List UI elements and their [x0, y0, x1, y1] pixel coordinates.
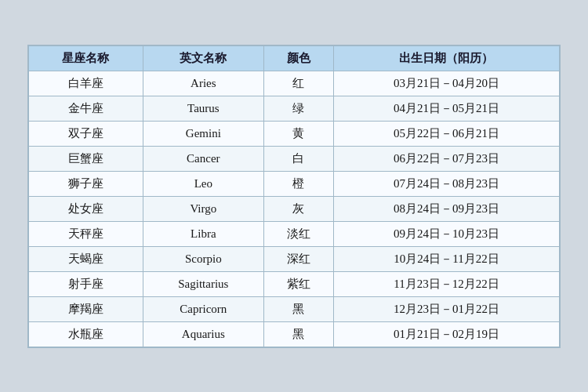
table-row: 处女座Virgo灰08月24日－09月23日 — [29, 196, 560, 221]
cell-chinese: 天秤座 — [29, 221, 143, 246]
cell-color: 深红 — [263, 246, 333, 271]
cell-color: 红 — [263, 71, 333, 96]
cell-english: Capricorn — [143, 296, 263, 321]
cell-color: 紫红 — [263, 271, 333, 296]
table-body: 白羊座Aries红03月21日－04月20日金牛座Taurus绿04月21日－0… — [29, 71, 560, 347]
cell-date: 11月23日－12月22日 — [333, 271, 559, 296]
cell-chinese: 狮子座 — [29, 171, 143, 196]
cell-english: Sagittarius — [143, 271, 263, 296]
cell-english: Gemini — [143, 121, 263, 146]
cell-english: Aquarius — [143, 321, 263, 347]
col-header-color: 颜色 — [263, 45, 333, 71]
cell-date: 06月22日－07月23日 — [333, 146, 559, 171]
col-header-date: 出生日期（阳历） — [333, 45, 559, 71]
cell-color: 淡红 — [263, 221, 333, 246]
cell-color: 绿 — [263, 96, 333, 121]
cell-chinese: 天蝎座 — [29, 246, 143, 271]
cell-color: 黑 — [263, 321, 333, 347]
table-row: 天蝎座Scorpio深红10月24日－11月22日 — [29, 246, 560, 271]
cell-english: Taurus — [143, 96, 263, 121]
table-row: 射手座Sagittarius紫红11月23日－12月22日 — [29, 271, 560, 296]
zodiac-table: 星座名称 英文名称 颜色 出生日期（阳历） 白羊座Aries红03月21日－04… — [28, 45, 560, 347]
cell-english: Leo — [143, 171, 263, 196]
cell-date: 01月21日－02月19日 — [333, 321, 559, 347]
cell-date: 04月21日－05月21日 — [333, 96, 559, 121]
table-row: 白羊座Aries红03月21日－04月20日 — [29, 71, 560, 96]
cell-chinese: 白羊座 — [29, 71, 143, 96]
cell-chinese: 双子座 — [29, 121, 143, 146]
cell-chinese: 巨蟹座 — [29, 146, 143, 171]
cell-date: 05月22日－06月21日 — [333, 121, 559, 146]
cell-english: Scorpio — [143, 246, 263, 271]
table-row: 狮子座Leo橙07月24日－08月23日 — [29, 171, 560, 196]
cell-chinese: 处女座 — [29, 196, 143, 221]
cell-date: 07月24日－08月23日 — [333, 171, 559, 196]
table-row: 天秤座Libra淡红09月24日－10月23日 — [29, 221, 560, 246]
cell-english: Aries — [143, 71, 263, 96]
cell-date: 10月24日－11月22日 — [333, 246, 559, 271]
cell-date: 09月24日－10月23日 — [333, 221, 559, 246]
col-header-english: 英文名称 — [143, 45, 263, 71]
cell-date: 12月23日－01月22日 — [333, 296, 559, 321]
table-header-row: 星座名称 英文名称 颜色 出生日期（阳历） — [29, 45, 560, 71]
table-row: 巨蟹座Cancer白06月22日－07月23日 — [29, 146, 560, 171]
col-header-chinese: 星座名称 — [29, 45, 143, 71]
table-row: 摩羯座Capricorn黑12月23日－01月22日 — [29, 296, 560, 321]
table-row: 双子座Gemini黄05月22日－06月21日 — [29, 121, 560, 146]
cell-color: 黄 — [263, 121, 333, 146]
cell-date: 08月24日－09月23日 — [333, 196, 559, 221]
zodiac-table-container: 星座名称 英文名称 颜色 出生日期（阳历） 白羊座Aries红03月21日－04… — [27, 45, 561, 348]
cell-chinese: 射手座 — [29, 271, 143, 296]
cell-color: 白 — [263, 146, 333, 171]
cell-color: 黑 — [263, 296, 333, 321]
cell-english: Cancer — [143, 146, 263, 171]
cell-chinese: 金牛座 — [29, 96, 143, 121]
cell-english: Virgo — [143, 196, 263, 221]
cell-chinese: 水瓶座 — [29, 321, 143, 347]
cell-date: 03月21日－04月20日 — [333, 71, 559, 96]
cell-chinese: 摩羯座 — [29, 296, 143, 321]
table-row: 水瓶座Aquarius黑01月21日－02月19日 — [29, 321, 560, 347]
cell-color: 灰 — [263, 196, 333, 221]
cell-color: 橙 — [263, 171, 333, 196]
cell-english: Libra — [143, 221, 263, 246]
table-row: 金牛座Taurus绿04月21日－05月21日 — [29, 96, 560, 121]
